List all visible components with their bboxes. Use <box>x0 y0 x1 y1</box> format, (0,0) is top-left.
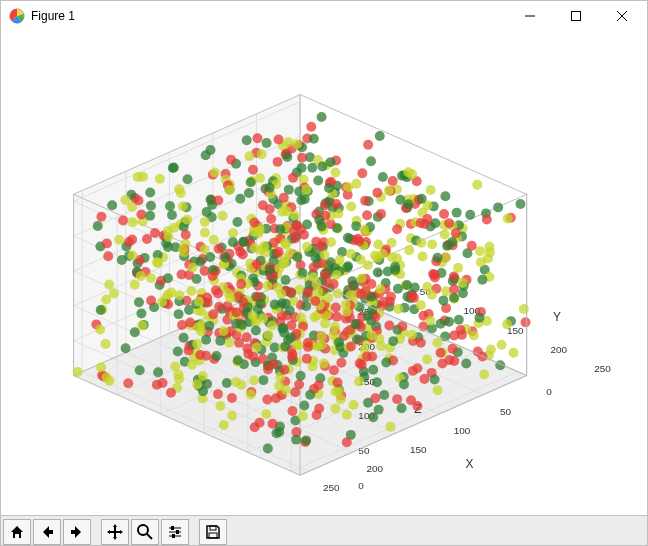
svg-point-648 <box>310 296 320 306</box>
pan-button[interactable] <box>101 519 129 545</box>
svg-point-569 <box>215 401 225 411</box>
svg-point-976 <box>95 325 105 335</box>
svg-point-122 <box>386 422 396 432</box>
svg-point-726 <box>195 350 205 360</box>
svg-point-868 <box>281 299 291 309</box>
svg-point-836 <box>317 161 327 171</box>
svg-point-577 <box>231 377 241 387</box>
close-button[interactable] <box>599 1 645 31</box>
svg-text:250: 250 <box>594 363 611 374</box>
subplots-button[interactable] <box>161 519 189 545</box>
svg-point-904 <box>262 138 272 148</box>
svg-point-492 <box>367 305 377 315</box>
svg-point-947 <box>146 273 156 283</box>
svg-point-585 <box>357 168 367 178</box>
svg-point-285 <box>305 390 315 400</box>
svg-point-996 <box>239 237 249 247</box>
titlebar: Figure 1 <box>1 1 647 31</box>
svg-point-166 <box>449 284 459 294</box>
svg-point-678 <box>376 209 386 219</box>
svg-point-83 <box>473 347 483 357</box>
svg-point-960 <box>252 259 262 269</box>
svg-point-829 <box>137 320 147 330</box>
svg-point-196 <box>475 246 485 256</box>
back-button[interactable] <box>33 519 61 545</box>
minimize-button[interactable] <box>507 1 553 31</box>
svg-point-386 <box>366 330 376 340</box>
svg-point-629 <box>372 188 382 198</box>
svg-point-1064 <box>145 188 155 198</box>
home-button[interactable] <box>3 519 31 545</box>
svg-point-715 <box>281 275 291 285</box>
svg-point-1003 <box>166 288 176 298</box>
svg-text:250: 250 <box>323 482 340 493</box>
svg-point-1005 <box>226 155 236 165</box>
svg-point-712 <box>346 249 356 259</box>
svg-point-317 <box>287 406 297 416</box>
sliders-icon <box>167 524 183 540</box>
svg-point-618 <box>384 186 394 196</box>
svg-point-478 <box>375 284 385 294</box>
svg-point-865 <box>232 217 242 227</box>
svg-point-852 <box>288 173 298 183</box>
svg-point-634 <box>341 300 351 310</box>
svg-point-465 <box>279 365 289 375</box>
maximize-button[interactable] <box>553 1 599 31</box>
svg-point-1048 <box>168 163 178 173</box>
svg-point-626 <box>357 274 367 284</box>
svg-point-856 <box>311 253 321 263</box>
svg-point-1054 <box>163 226 173 236</box>
svg-point-488 <box>271 393 281 403</box>
svg-point-1015 <box>101 295 111 305</box>
svg-point-967 <box>253 228 263 238</box>
svg-point-226 <box>467 241 477 251</box>
svg-point-963 <box>259 241 269 251</box>
svg-text:0: 0 <box>546 386 552 397</box>
svg-point-98 <box>454 315 464 325</box>
svg-rect-2 <box>572 12 581 21</box>
svg-point-1041 <box>182 215 192 225</box>
zoom-button[interactable] <box>131 519 159 545</box>
svg-point-883 <box>235 194 245 204</box>
svg-point-677 <box>331 303 341 313</box>
svg-point-546 <box>222 378 232 388</box>
svg-point-978 <box>109 288 119 298</box>
svg-point-234 <box>503 214 513 224</box>
svg-point-118 <box>430 375 440 385</box>
svg-point-426 <box>444 218 454 228</box>
svg-point-740 <box>331 199 341 209</box>
navigation-toolbar <box>1 515 647 545</box>
svg-point-80 <box>497 340 507 350</box>
svg-point-347 <box>357 360 367 370</box>
forward-button[interactable] <box>63 519 91 545</box>
svg-point-972 <box>244 151 254 161</box>
svg-point-1070 <box>118 216 128 226</box>
save-button[interactable] <box>199 519 227 545</box>
svg-point-763 <box>224 338 234 348</box>
svg-point-652 <box>252 342 262 352</box>
svg-point-847 <box>306 122 316 132</box>
svg-point-399 <box>433 253 443 263</box>
svg-point-1031 <box>207 200 217 210</box>
matplotlib-icon <box>9 8 25 24</box>
svg-point-587 <box>395 195 405 205</box>
svg-point-299 <box>388 336 398 346</box>
svg-point-670 <box>375 131 385 141</box>
svg-point-354 <box>258 375 268 385</box>
svg-point-761 <box>174 370 184 380</box>
svg-point-737 <box>280 341 290 351</box>
svg-point-746 <box>330 168 340 178</box>
svg-point-1035 <box>183 174 193 184</box>
svg-point-1038 <box>103 251 113 261</box>
svg-point-862 <box>302 242 312 252</box>
svg-point-197 <box>370 393 380 403</box>
svg-point-81 <box>521 317 531 327</box>
svg-point-900 <box>280 238 290 248</box>
svg-point-617 <box>258 354 268 364</box>
svg-point-869 <box>231 319 241 329</box>
svg-point-777 <box>298 268 308 278</box>
svg-point-636 <box>388 176 398 186</box>
svg-point-745 <box>303 288 313 298</box>
svg-point-921 <box>282 152 292 162</box>
plot-area[interactable]: 0501001502002500501001502002500501001502… <box>1 31 647 515</box>
